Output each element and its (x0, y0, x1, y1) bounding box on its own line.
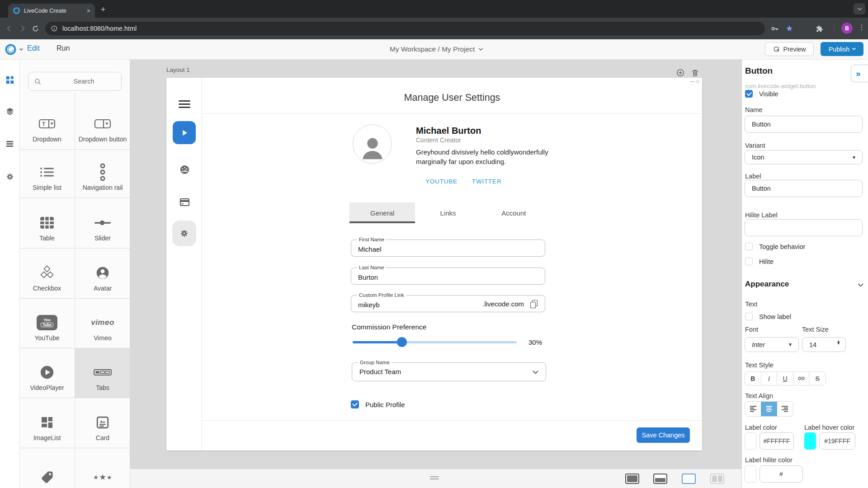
site-info-icon[interactable] (51, 25, 58, 32)
new-tab-button[interactable]: + (98, 4, 108, 15)
tab-search-button[interactable] (854, 3, 865, 14)
preview-button[interactable]: Preview (765, 42, 814, 56)
layout-card[interactable]: Manage User Settings Michael Burton Cont… (166, 78, 702, 450)
bold-button[interactable]: B (745, 372, 761, 385)
password-manager-icon[interactable] (769, 23, 780, 34)
tab-account[interactable]: Account (481, 202, 547, 223)
tab-links[interactable]: Links (415, 202, 481, 223)
widgets-panel-icon[interactable] (5, 75, 15, 85)
palette-item-table[interactable]: Table (19, 198, 75, 248)
font-select[interactable]: Inter ▼ (745, 337, 799, 352)
show-label-checkbox[interactable] (745, 313, 753, 320)
layers-panel-icon[interactable] (5, 106, 15, 117)
group-name-select[interactable]: Group Name Product Team (352, 362, 546, 381)
data-panel-icon[interactable] (5, 139, 15, 149)
toggle-behavior-row[interactable]: Toggle behavior (745, 243, 805, 250)
delete-layout-icon[interactable] (690, 68, 700, 78)
browser-menu-icon[interactable]: ⋮ (858, 23, 865, 32)
collapse-panel-button[interactable]: » (851, 65, 868, 82)
palette-item-videoplayer[interactable]: VideoPlayer (19, 348, 75, 398)
palette-item-ratings[interactable]: ★★★ Ratings (75, 448, 130, 488)
palette-item-vimeo[interactable]: vimeo Vimeo (75, 299, 130, 348)
app-logo[interactable] (4, 43, 23, 56)
visible-checkbox[interactable] (745, 90, 753, 98)
palette-item-dropdown-button[interactable]: Dropdown button (75, 93, 130, 149)
label-color-hex[interactable]: #FFFFFF (760, 432, 794, 450)
tab-close-icon[interactable]: × (87, 8, 90, 14)
label-hilite-color-swatch[interactable] (745, 465, 756, 483)
strikethrough-button[interactable]: S (809, 372, 826, 385)
dashboard-nav-icon[interactable] (179, 164, 190, 175)
layout-mode-header-icon[interactable] (653, 474, 667, 484)
toggle-behavior-checkbox[interactable] (745, 243, 753, 250)
label-hilite-color-hex[interactable]: # (760, 465, 803, 483)
link-button[interactable] (793, 372, 810, 385)
bookmark-star-icon[interactable]: ★ (784, 23, 795, 34)
add-layout-icon[interactable] (675, 68, 685, 78)
visible-row[interactable]: Visible (745, 90, 778, 98)
hilite-label-input[interactable] (745, 219, 863, 236)
first-name-input[interactable] (351, 240, 545, 256)
commission-slider-thumb[interactable] (397, 337, 407, 347)
menu-hamburger-icon[interactable] (179, 100, 190, 110)
resize-handle[interactable] (430, 476, 439, 481)
browser-profile-avatar[interactable]: B (841, 23, 853, 34)
align-right-button[interactable] (777, 402, 793, 416)
public-profile-checkbox[interactable] (351, 400, 359, 408)
tab-edit[interactable]: Edit (27, 44, 40, 52)
label-hover-color-hex[interactable]: #19FFFF (819, 432, 855, 450)
chevron-down-icon[interactable] (858, 281, 863, 287)
align-center-button[interactable] (761, 402, 777, 416)
palette-item-youtube[interactable]: YouTube YouTube (19, 299, 75, 348)
palette-item-simple-list[interactable]: Simple list (19, 150, 75, 197)
palette-item-tabs[interactable]: Tabs (75, 348, 130, 398)
palette-item-card[interactable]: Card (75, 398, 130, 448)
tab-run[interactable]: Run (57, 44, 70, 52)
address-bar[interactable]: localhost:8080/home.html (45, 22, 765, 35)
canvas-navigation-rail[interactable] (166, 78, 202, 450)
breadcrumb[interactable]: My Workspace / My Project (390, 45, 482, 53)
palette-item-dropdown[interactable]: T Dropdown (19, 93, 75, 149)
tab-general[interactable]: General (349, 202, 415, 223)
appearance-section-header[interactable]: Appearance (745, 280, 789, 289)
stepper-arrows-icon[interactable]: ▲▼ (837, 340, 840, 345)
hilite-row[interactable]: Hilite (745, 258, 774, 265)
public-profile-row[interactable]: Public Profile (351, 400, 405, 408)
variant-select[interactable]: Icon ▼ (745, 150, 863, 164)
align-left-button[interactable] (745, 402, 761, 416)
show-label-row[interactable]: Show label (745, 313, 791, 320)
palette-search[interactable] (28, 72, 122, 91)
palette-item-avatar[interactable]: Avatar (75, 249, 130, 298)
hilite-checkbox[interactable] (745, 258, 753, 265)
extensions-icon[interactable] (814, 23, 825, 34)
palette-item-slider[interactable]: Slider (75, 198, 130, 248)
play-nav-button[interactable] (173, 121, 196, 144)
palette-item-checkbox[interactable]: Checkbox (19, 249, 75, 298)
last-name-field[interactable]: Last Name (351, 267, 545, 285)
settings-panel-icon[interactable] (5, 171, 15, 182)
publish-button[interactable]: Publish (821, 42, 863, 56)
text-size-stepper[interactable]: 14 ▲▼ (802, 337, 846, 352)
search-input[interactable] (42, 78, 126, 85)
palette-item-chips[interactable]: Chips (19, 448, 75, 488)
design-canvas[interactable]: Layout 1 (130, 60, 741, 488)
settings-nav-button[interactable] (172, 221, 196, 246)
browser-tab[interactable]: LiveCode Create × (8, 4, 95, 18)
back-button[interactable] (4, 23, 14, 34)
layout-mode-desktop-icon[interactable] (625, 474, 639, 484)
commission-slider-track[interactable] (353, 341, 517, 343)
label-hover-color-swatch[interactable] (804, 432, 816, 450)
palette-item-navigation-rail[interactable]: Navigation rail (75, 150, 130, 197)
palette-item-imagelist[interactable]: ImageList (19, 398, 75, 448)
italic-button[interactable]: I (761, 372, 778, 385)
forward-button[interactable] (17, 23, 28, 34)
save-changes-button[interactable]: Save Changes (637, 427, 690, 443)
name-input[interactable] (745, 116, 863, 133)
reload-button[interactable] (30, 23, 41, 34)
layout-mode-empty-icon[interactable] (682, 474, 696, 484)
copy-icon[interactable] (528, 299, 539, 310)
label-input[interactable] (745, 180, 863, 197)
last-name-input[interactable] (351, 268, 545, 284)
link-twitter[interactable]: TWITTER (472, 178, 502, 185)
label-color-swatch[interactable] (745, 432, 756, 450)
